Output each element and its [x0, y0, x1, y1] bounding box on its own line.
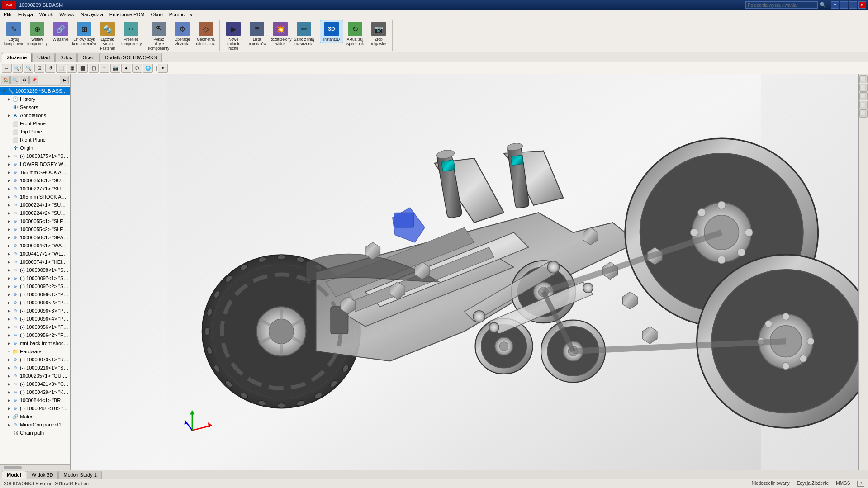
minimize-btn[interactable]: —: [840, 1, 848, 9]
tree-item-4[interactable]: ▶ ⊕ 10000227<1> "SUB ASSEMBL...: [0, 185, 70, 193]
tree-item-7[interactable]: ▶ ⊕ 10000224<2> "SUB ASSMBL...: [0, 209, 70, 217]
tree-item-1[interactable]: ▶ ⊕ LOWER BOGEY WHEEL PIVO...: [0, 160, 70, 168]
item25-expand[interactable]: ▶: [6, 365, 12, 370]
sec-global-btn[interactable]: 🌐: [143, 64, 153, 73]
menu-narzedzia[interactable]: Narzędzia: [78, 11, 106, 18]
sec-measure-btn[interactable]: ●: [121, 64, 131, 73]
smart-fastener-btn[interactable]: 🔩 ŁącznikiSmartFastener: [96, 20, 119, 52]
tab-uklad[interactable]: Układ: [32, 53, 55, 62]
tab-ocen[interactable]: Oceń: [77, 53, 99, 62]
item21-expand[interactable]: ▶: [6, 324, 12, 330]
item15-expand[interactable]: ▶: [6, 275, 12, 281]
restore-btn[interactable]: □: [849, 1, 857, 9]
item19-expand[interactable]: ▶: [6, 308, 12, 313]
item17-expand[interactable]: ▶: [6, 292, 12, 297]
item27-expand[interactable]: ▶: [6, 381, 12, 387]
tree-root[interactable]: ▼ 🔧 10000239 *SUB ASSEMBLY, LH C: [0, 87, 70, 95]
liniowy-szyk-btn[interactable]: ⊞ Liniowy szykkomponentów: [72, 20, 96, 47]
tree-item-12[interactable]: ▶ ⊕ 10004417<2> "WELDMENT, B...: [0, 250, 70, 258]
tree-right-plane[interactable]: ▶ ⬜ Right Plane: [0, 136, 70, 144]
item11-expand[interactable]: ▶: [6, 243, 12, 248]
item20-expand[interactable]: ▶: [6, 316, 12, 322]
przenies-btn[interactable]: ↔ Przenieśkomponenty: [119, 20, 143, 47]
rozstrzelony-btn[interactable]: 💥 Rozstrzelonywidok: [269, 20, 292, 47]
feature-tree[interactable]: ▼ 🔧 10000239 *SUB ASSEMBLY, LH C ▶ 🕐 His…: [0, 86, 70, 464]
tree-item-2[interactable]: ▶ ⊕ 165 mm SHOCK ASSY-1<2>...: [0, 168, 70, 176]
tree-mates[interactable]: ▶ 🔗 Mates: [0, 412, 70, 421]
item0-expand[interactable]: ▶: [6, 153, 12, 159]
tree-item-6[interactable]: ▶ ⊕ 10000224<1> "SUB ASSEMBL...: [0, 201, 70, 209]
tree-item-5[interactable]: ▶ ⊕ 165 mm SHOCK ASSY-1<1>...: [0, 193, 70, 201]
tree-item-20[interactable]: ▶ ⊕ (-) 10000096<4> "PLASTIC SP...: [0, 315, 70, 323]
mirror-expand[interactable]: ▶: [6, 422, 12, 427]
bottom-tab-model[interactable]: Model: [2, 471, 26, 479]
tree-item-26[interactable]: ▶ ⊕ 10000235<1> "GUIDE, CHAIN...: [0, 372, 70, 380]
item29-expand[interactable]: ▶: [6, 398, 12, 403]
panel-home-btn[interactable]: 🏠: [1, 76, 10, 84]
mates-expand[interactable]: ▶: [6, 414, 12, 419]
tree-item-16[interactable]: ▶ ⊕ (-) 10000097<2> "SLEEVE, SH...: [0, 282, 70, 290]
item26-expand[interactable]: ▶: [6, 373, 12, 379]
viewport[interactable]: [71, 74, 858, 470]
panel-pin-btn[interactable]: 📌: [29, 76, 38, 84]
tree-item-23[interactable]: ▶ ⊕ mnt-back front shock<2> "S...: [0, 339, 70, 347]
tree-item-21[interactable]: ▶ ⊕ (-) 10000956<1> "FLANGE BL...: [0, 323, 70, 331]
tree-item-10[interactable]: ▶ ⊕ 10000050<1> "SPACER, REAR...: [0, 233, 70, 242]
tree-item-18[interactable]: ▶ ⊕ (-) 10000096<2> "PLASTIC SP...: [0, 298, 70, 307]
item23-expand[interactable]: ▶: [6, 341, 12, 346]
sec-rotate-btn[interactable]: ↺: [45, 64, 55, 73]
scroll-thumb[interactable]: [4, 466, 22, 469]
menu-expand[interactable]: »: [189, 11, 193, 18]
help-btn[interactable]: ?: [857, 481, 864, 487]
sec-fit-btn[interactable]: ⊡: [34, 64, 44, 73]
tree-item-25[interactable]: ▶ ⊕ (-) 10000216<1> "SPROCKET,...: [0, 364, 70, 372]
tab-dodatki[interactable]: Dodatki SOLIDWORKS: [100, 53, 162, 62]
right-btn-2[interactable]: ⬜: [859, 84, 868, 92]
item30-expand[interactable]: ▶: [6, 406, 12, 411]
operacje-btn[interactable]: ⚙ Operacjezłożenia: [171, 20, 194, 47]
tree-item-22[interactable]: ▶ ⊕ (-) 10000956<2> "FLANGE BL...: [0, 331, 70, 339]
command-search[interactable]: [745, 1, 818, 9]
menu-widok[interactable]: Widok: [37, 11, 56, 18]
right-btn-4[interactable]: ⬜: [859, 101, 868, 109]
tree-item-15[interactable]: ▶ ⊕ (-) 10000097<1> "SLEEVE, SH...: [0, 274, 70, 282]
item7-expand[interactable]: ▶: [6, 210, 12, 216]
item6-expand[interactable]: ▶: [6, 202, 12, 208]
item10-expand[interactable]: ▶: [6, 235, 12, 240]
item12-expand[interactable]: ▶: [6, 251, 12, 256]
titlebar-controls[interactable]: 🔍 ? — □ ✕: [745, 1, 866, 9]
edituj-komponent-btn[interactable]: ✎ Edytujkomponent: [2, 20, 25, 47]
tab-szkic[interactable]: Szkic: [55, 53, 77, 62]
sec-orient-btn[interactable]: ↔: [2, 64, 12, 73]
sec-wireframe-btn[interactable]: ▦: [67, 64, 77, 73]
sec-snap-btn[interactable]: 📷: [110, 64, 120, 73]
tree-item-3[interactable]: ▶ ⊕ 10000353<1> "SUB ASSEMBL...: [0, 176, 70, 185]
tree-item-17[interactable]: ▶ ⊕ (-) 10000096<1> "PLASTIC SP...: [0, 290, 70, 298]
tree-item-28[interactable]: ▶ ⊕ (-) 10000429<1> "KEY DIN 68...: [0, 388, 70, 396]
tree-item-29[interactable]: ▶ ⊕ 10000844<1> "BRAKE CALIPE...: [0, 396, 70, 404]
tree-front-plane[interactable]: ▶ ⬜ Front Plane: [0, 119, 70, 128]
item28-expand[interactable]: ▶: [6, 389, 12, 395]
item14-expand[interactable]: ▶: [6, 267, 12, 273]
szkic-linia-btn[interactable]: ✏ Szkic z liniąrozstrzenia: [292, 20, 316, 47]
item24-expand[interactable]: ▶: [6, 357, 12, 362]
tree-item-8[interactable]: ▶ ⊕ 10000055<1> "SLEAVE, PIVO...: [0, 217, 70, 225]
wstaw-komponenty-btn[interactable]: ⊕ Wstawkomponenty: [25, 20, 49, 47]
zrob-migawke-btn[interactable]: 📷 Zróbmigawkę: [367, 20, 390, 47]
wiazanie-btn[interactable]: 🔗 Wiązanie: [49, 20, 72, 43]
right-btn-3[interactable]: ⬜: [859, 92, 868, 100]
history-expand[interactable]: ▶: [6, 96, 12, 102]
tree-item-0[interactable]: ▶ ⊕ (-) 10000175<1> "SUBFRAME...: [0, 152, 70, 160]
item4-expand[interactable]: ▶: [6, 186, 12, 191]
sec-hidden-btn[interactable]: ◫: [89, 64, 99, 73]
sec-section-btn[interactable]: ⬛: [78, 64, 88, 73]
panel-search-btn[interactable]: 🔍: [10, 76, 19, 84]
tree-item-27[interactable]: ▶ ⊕ (-) 10000421<3> "CIRCLIP DI...: [0, 380, 70, 388]
instant3d-btn[interactable]: 3D Instant3D: [320, 20, 343, 43]
menu-okno[interactable]: Okno: [148, 11, 166, 18]
sec-zoom-out-btn[interactable]: 🔍: [24, 64, 33, 73]
menu-edycja[interactable]: Edycja: [15, 11, 36, 18]
help-btn[interactable]: ?: [831, 1, 839, 9]
tree-chain-path[interactable]: ▶ ⛓ Chain path: [0, 429, 70, 437]
item1-expand[interactable]: ▶: [6, 161, 12, 167]
